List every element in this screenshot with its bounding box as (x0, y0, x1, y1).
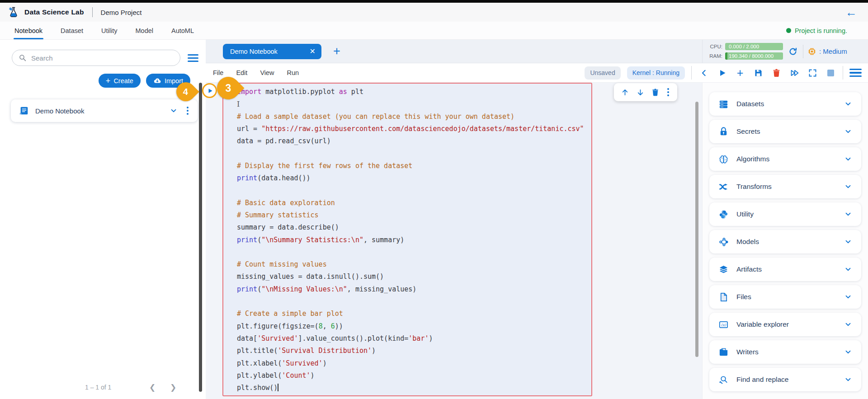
create-button[interactable]: +Create (99, 74, 141, 88)
delete-icon[interactable] (770, 67, 782, 79)
status-dot-icon (786, 28, 791, 33)
cloud-import-icon (153, 77, 161, 85)
item-more-icon[interactable] (184, 106, 191, 116)
panel-find-and-replace[interactable]: Find and replace (709, 368, 861, 391)
page-next-icon[interactable]: ❯ (170, 383, 176, 392)
fullscreen-icon[interactable] (807, 67, 818, 79)
chevron-down-icon[interactable] (844, 320, 852, 329)
chevron-down-icon[interactable] (844, 100, 852, 108)
chevron-left-icon[interactable] (698, 67, 710, 79)
code-line: # Basic data exploration (237, 197, 591, 209)
panel-secrets[interactable]: Secrets (709, 120, 861, 143)
notebook-canvas: 4 3 import matplotlib.pyplot as pltI# Lo… (206, 83, 702, 399)
chevron-down-icon[interactable] (170, 107, 178, 115)
resource-monitor: CPU: 0.000 / 2.000 RAM: 190.340 / 8000.0… (702, 40, 868, 63)
ram-label: RAM: (707, 53, 722, 59)
run-cell-icon[interactable] (716, 67, 728, 79)
menu-run[interactable]: Run (287, 69, 299, 76)
back-arrow-icon[interactable]: ← (845, 6, 857, 18)
panel-models[interactable]: Models (709, 230, 861, 253)
add-cell-icon[interactable]: + (734, 67, 746, 79)
workspace: Demo Notebook ✕ + CPU: 0.000 / 2.000 RAM… (206, 40, 868, 399)
code-line: data = pd.read_csv(url) (237, 135, 591, 147)
code-line: print(data.head()) (237, 172, 591, 184)
chevron-down-icon[interactable] (844, 210, 852, 218)
panel-algorithms[interactable]: Algorithms (709, 147, 861, 171)
run-all-icon[interactable] (788, 67, 800, 79)
chevron-down-icon[interactable] (844, 265, 852, 273)
graph-icon (718, 237, 729, 247)
toolbar-divider-2 (843, 66, 843, 80)
chevron-down-icon[interactable] (844, 238, 852, 246)
flask-logo-icon (7, 6, 20, 19)
chevron-down-icon[interactable] (844, 183, 852, 191)
menu-file[interactable]: File (213, 69, 223, 76)
chevron-down-icon[interactable] (844, 293, 852, 301)
code-line: plt.figure(figsize=(8, 6)) (237, 320, 591, 333)
cell-more-icon[interactable] (665, 87, 672, 97)
tools-sidebar: DatasetsSecretsAlgorithmsTransformsUtili… (702, 83, 868, 399)
close-icon[interactable]: ✕ (310, 48, 316, 55)
panel-label: Writers (736, 348, 836, 356)
panel-utility[interactable]: Utility (709, 202, 861, 226)
canvas-scrollbar[interactable] (695, 102, 698, 357)
panel-label: Algorithms (736, 155, 836, 163)
panel-variable-explorer[interactable]: (x)Variable explorer (709, 313, 861, 336)
tab-notebook[interactable]: Notebook (14, 22, 43, 39)
code-line: data['Survived'].value_counts().plot(kin… (237, 333, 591, 345)
notebook-tab-demo[interactable]: Demo Notebook ✕ (223, 44, 321, 59)
cell-toolbar (614, 83, 677, 101)
delete-cell-icon[interactable] (650, 86, 661, 98)
code-line: url = "https://raw.githubusercontent.com… (237, 123, 591, 135)
panel-label: Transforms (736, 183, 836, 191)
module-nav: Notebook Dataset Utility Model AutoML Pr… (0, 22, 868, 40)
panel-writers[interactable]: Writers (709, 340, 861, 364)
code-line: plt.ylabel('Count') (237, 370, 591, 382)
tab-automl[interactable]: AutoML (170, 22, 195, 39)
refresh-icon[interactable] (787, 46, 799, 57)
add-tab-icon[interactable]: + (333, 45, 340, 57)
sidebar-menu-icon[interactable] (188, 54, 198, 62)
resource-divider (803, 45, 803, 58)
notebook-menubar: File Edit View Run Unsaved Kernel : Runn… (206, 63, 868, 83)
notebook-list-item[interactable]: Demo Notebook (11, 99, 198, 122)
chevron-down-icon[interactable] (844, 127, 852, 136)
panel-transforms[interactable]: Transforms (709, 175, 861, 198)
stop-icon[interactable] (825, 67, 836, 79)
panel-datasets[interactable]: Datasets (709, 92, 861, 116)
panel-files[interactable]: Files (709, 285, 861, 309)
kernel-status-badge[interactable]: Kernel : Running (627, 66, 685, 80)
chevron-down-icon[interactable] (844, 155, 852, 163)
ram-usage-badge: 190.340 / 8000.000 (725, 52, 783, 60)
tab-dataset[interactable]: Dataset (60, 22, 84, 39)
move-up-icon[interactable] (619, 86, 631, 98)
menu-edit[interactable]: Edit (236, 69, 247, 76)
machine-size[interactable]: : Medium (807, 47, 847, 56)
cpu-label: CPU: (707, 44, 722, 49)
save-icon[interactable] (752, 67, 764, 79)
plus-icon: + (106, 77, 111, 85)
menu-items: File Edit View Run (213, 69, 299, 76)
menu-view[interactable]: View (260, 69, 274, 76)
chevron-down-icon[interactable] (844, 348, 852, 356)
sidebar-scrollbar[interactable] (199, 83, 202, 392)
code-line: # Load a sample dataset (you can replace… (237, 111, 591, 123)
search-box[interactable] (12, 50, 180, 66)
code-line: summary = data.describe() (237, 221, 591, 234)
tab-utility[interactable]: Utility (100, 22, 118, 39)
file-sidebar: +Create Import Demo Notebook 1 – 1 of 1 … (0, 40, 206, 399)
move-down-icon[interactable] (634, 86, 646, 98)
panel-artifacts[interactable]: Artifacts (709, 258, 861, 281)
search-input[interactable] (31, 54, 174, 62)
notebook-menu-icon[interactable] (849, 69, 862, 77)
code-cell[interactable]: import matplotlib.pyplot as pltI# Load a… (222, 83, 592, 396)
cpu-chip-icon (807, 47, 816, 56)
tab-model[interactable]: Model (135, 22, 155, 39)
page-prev-icon[interactable]: ❮ (149, 383, 156, 392)
chevron-down-icon[interactable] (844, 376, 852, 384)
panel-label: Secrets (736, 127, 836, 136)
sidebar-actions: +Create Import (0, 74, 190, 88)
cell-play-button[interactable] (202, 83, 217, 98)
code-line: plt.show() (237, 382, 591, 394)
project-status: Project is running. (786, 22, 847, 39)
